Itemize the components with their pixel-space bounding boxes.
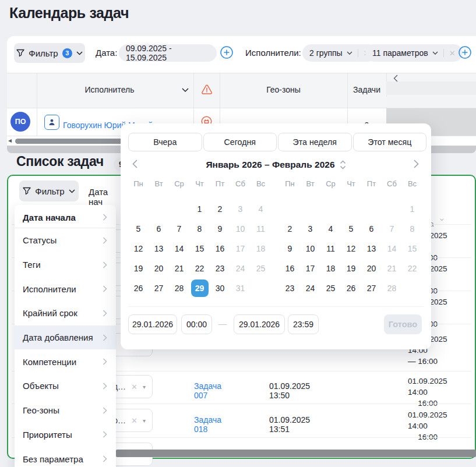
select-arrow-icon[interactable]: ▾ bbox=[143, 418, 146, 424]
calendar-day[interactable]: 18 bbox=[320, 259, 341, 278]
calendar-day[interactable]: 20 bbox=[361, 259, 382, 278]
calendar-day[interactable]: 13 bbox=[361, 239, 382, 259]
calendar-day[interactable]: 24 bbox=[230, 259, 251, 278]
to-date-input[interactable] bbox=[234, 314, 285, 334]
calendar-day[interactable]: 27 bbox=[149, 278, 169, 298]
executors-params-chip[interactable]: 11 параметров ✕ bbox=[365, 44, 463, 62]
calendar-day[interactable]: 21 bbox=[169, 259, 189, 278]
filter-menu-item[interactable]: Приоритеты bbox=[15, 423, 116, 447]
quick-range-button[interactable]: Сегодня bbox=[203, 133, 277, 151]
calendar-day[interactable]: 4 bbox=[320, 219, 341, 239]
filter-menu-item[interactable]: Компетенции bbox=[15, 349, 116, 374]
calendar-day[interactable]: 12 bbox=[341, 239, 361, 259]
next-month-icon[interactable] bbox=[414, 160, 419, 168]
calendar-day[interactable]: 23 bbox=[280, 278, 300, 298]
calendar-day[interactable]: 29 bbox=[189, 278, 210, 298]
calendar-day[interactable]: 5 bbox=[128, 219, 149, 239]
calendar-day[interactable]: 19 bbox=[341, 259, 361, 278]
to-time-input[interactable] bbox=[288, 314, 319, 334]
column-header-tasks[interactable]: Задачи bbox=[347, 85, 386, 94]
clear-select-icon[interactable]: ✕ bbox=[131, 383, 137, 391]
filter-menu-item[interactable]: Исполнители bbox=[15, 277, 116, 301]
calendar-day[interactable]: 9 bbox=[280, 239, 300, 259]
calendar-day[interactable]: 2 bbox=[210, 199, 230, 219]
from-date-input[interactable] bbox=[128, 314, 177, 334]
filter-menu-item[interactable]: Без параметра bbox=[15, 447, 116, 467]
column-header-executor[interactable]: Исполнитель bbox=[37, 85, 182, 94]
calendar-day[interactable]: 11 bbox=[320, 239, 341, 259]
calendar-day[interactable]: 17 bbox=[230, 239, 251, 259]
task-list-filter-button[interactable]: Фильтр bbox=[19, 181, 79, 201]
filter-menu-item[interactable]: Гео-зоны bbox=[15, 398, 116, 423]
calendar-day[interactable]: 6 bbox=[361, 219, 382, 239]
calendar-day[interactable]: 2 bbox=[280, 219, 300, 239]
calendar-day[interactable]: 1 bbox=[402, 199, 422, 219]
calendar-day[interactable]: 24 bbox=[300, 278, 320, 298]
remove-chip-icon[interactable]: ✕ bbox=[449, 49, 456, 57]
task-link[interactable]: Задача 018 bbox=[194, 415, 221, 434]
from-time-input[interactable] bbox=[181, 314, 212, 334]
scroll-left-arrow-icon[interactable]: ◂ bbox=[8, 136, 12, 144]
column-header-geozones[interactable]: Гео-зоны bbox=[220, 85, 347, 94]
month-range-label[interactable]: Январь 2026 – Февраль 2026 bbox=[206, 160, 334, 170]
calendar-day[interactable]: 1 bbox=[189, 199, 210, 219]
calendar-day[interactable]: 22 bbox=[189, 259, 210, 278]
calendar-day[interactable]: 30 bbox=[210, 278, 230, 298]
select-arrow-icon[interactable]: ▾ bbox=[143, 384, 146, 390]
calendar-day[interactable]: 3 bbox=[300, 219, 320, 239]
calendar-day[interactable]: 7 bbox=[382, 219, 402, 239]
filter-menu-item[interactable]: Крайний срок bbox=[15, 301, 116, 326]
filter-button[interactable]: Фильтр 3 bbox=[14, 43, 85, 63]
calendar-day[interactable]: 16 bbox=[210, 239, 230, 259]
filter-menu-item[interactable]: Дата начала bbox=[15, 207, 116, 228]
calendar-day[interactable]: 16 bbox=[280, 259, 300, 278]
calendar-day[interactable]: 27 bbox=[361, 278, 382, 298]
clear-select-icon[interactable]: ✕ bbox=[131, 417, 137, 424]
calendar-day[interactable]: 21 bbox=[382, 259, 402, 278]
calendar-day[interactable]: 10 bbox=[300, 239, 320, 259]
calendar-day[interactable]: 13 bbox=[149, 239, 169, 259]
calendar-day[interactable]: 23 bbox=[210, 259, 230, 278]
quick-range-button[interactable]: Эта неделя bbox=[278, 133, 352, 151]
filter-menu-item[interactable]: Дата добавления bbox=[15, 326, 116, 350]
calendar-day[interactable]: 4 bbox=[251, 199, 271, 219]
calendar-day[interactable]: 20 bbox=[149, 259, 169, 278]
sort-chevron-icon[interactable] bbox=[182, 88, 189, 93]
calendar-day[interactable]: 25 bbox=[320, 278, 341, 298]
calendar-day[interactable]: 19 bbox=[128, 259, 149, 278]
quick-range-button[interactable]: Этот месяц bbox=[353, 133, 427, 151]
calendar-day[interactable]: 15 bbox=[402, 239, 422, 259]
calendar-day[interactable]: 11 bbox=[251, 219, 271, 239]
task-list-horizontal-scrollbar[interactable] bbox=[116, 450, 476, 457]
task-link[interactable]: Задача 007 bbox=[194, 381, 221, 400]
calendar-day[interactable]: 28 bbox=[382, 278, 402, 298]
date-range-chip[interactable]: 09.09.2025 - 15.09.2025 bbox=[119, 44, 217, 62]
calendar-day[interactable]: 14 bbox=[169, 239, 189, 259]
calendar-day[interactable]: 15 bbox=[189, 239, 210, 259]
add-executor-filter-icon[interactable] bbox=[459, 46, 471, 59]
calendar-day[interactable]: 9 bbox=[210, 219, 230, 239]
avatar[interactable]: ПО bbox=[10, 112, 30, 132]
calendar-day[interactable]: 26 bbox=[341, 278, 361, 298]
calendar-day[interactable]: 26 bbox=[128, 278, 149, 298]
filter-menu-item[interactable]: Объекты bbox=[15, 374, 116, 398]
calendar-day[interactable]: 25 bbox=[251, 259, 271, 278]
quick-range-button[interactable]: Вчера bbox=[128, 133, 202, 151]
calendar-day[interactable]: 12 bbox=[128, 239, 149, 259]
calendar-day[interactable]: 31 bbox=[230, 278, 251, 298]
calendar-day[interactable]: 7 bbox=[169, 219, 189, 239]
calendar-day[interactable]: 14 bbox=[382, 239, 402, 259]
calendar-day[interactable]: 5 bbox=[341, 219, 361, 239]
calendar-day[interactable]: 22 bbox=[402, 259, 422, 278]
calendar-day[interactable]: 18 bbox=[251, 239, 271, 259]
add-date-filter-icon[interactable] bbox=[220, 46, 233, 59]
done-button[interactable]: Готово bbox=[384, 314, 422, 334]
calendar-day[interactable]: 6 bbox=[149, 219, 169, 239]
filter-menu-item[interactable]: Теги bbox=[15, 253, 116, 277]
month-sorter-icon[interactable] bbox=[340, 160, 346, 169]
calendar-day[interactable]: 10 bbox=[230, 219, 251, 239]
calendar-day[interactable]: 28 bbox=[169, 278, 189, 298]
person-card-button[interactable] bbox=[44, 115, 59, 130]
filter-menu-item[interactable]: Статусы bbox=[15, 228, 116, 253]
calendar-day[interactable]: 8 bbox=[402, 219, 422, 239]
